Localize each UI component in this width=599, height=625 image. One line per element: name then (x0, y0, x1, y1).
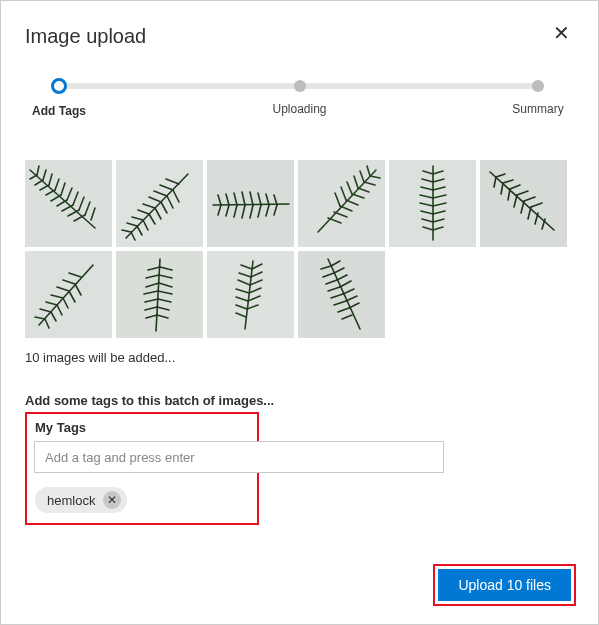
upload-count-status: 10 images will be added... (25, 350, 574, 365)
svg-rect-8 (207, 251, 294, 338)
step-label: Add Tags (19, 104, 99, 118)
tag-chip[interactable]: hemlock ✕ (35, 487, 127, 513)
image-upload-dialog: Image upload ✕ Add Tags Uploading Summar… (1, 1, 598, 545)
image-thumbnail[interactable] (25, 160, 112, 247)
svg-rect-6 (25, 251, 112, 338)
tags-prompt: Add some tags to this batch of images... (25, 393, 574, 408)
image-thumbnail[interactable] (480, 160, 567, 247)
step-add-tags: Add Tags (19, 78, 99, 118)
tag-chip-label: hemlock (47, 493, 95, 508)
my-tags-section: My Tags hemlock ✕ (25, 412, 259, 525)
image-thumbnail[interactable] (389, 160, 476, 247)
step-dot-icon (532, 80, 544, 92)
close-button[interactable]: ✕ (549, 23, 574, 43)
tag-input[interactable] (34, 441, 444, 473)
tag-remove-button[interactable]: ✕ (103, 491, 121, 509)
image-thumbnail[interactable] (116, 251, 203, 338)
step-summary: Summary (498, 78, 578, 116)
close-icon: ✕ (553, 22, 570, 44)
image-thumbnail[interactable] (207, 160, 294, 247)
step-uploading: Uploading (260, 78, 340, 116)
step-label: Uploading (260, 102, 340, 116)
step-dot-icon (51, 78, 67, 94)
thumbnail-grid (25, 160, 574, 338)
image-thumbnail[interactable] (298, 251, 385, 338)
image-thumbnail[interactable] (116, 160, 203, 247)
step-label: Summary (498, 102, 578, 116)
my-tags-label: My Tags (35, 420, 249, 435)
upload-button-highlight: Upload 10 files (433, 564, 576, 606)
image-thumbnail[interactable] (25, 251, 112, 338)
close-icon: ✕ (107, 493, 117, 507)
upload-button[interactable]: Upload 10 files (438, 569, 571, 601)
progress-stepper: Add Tags Uploading Summary (53, 78, 546, 126)
svg-rect-3 (298, 160, 385, 247)
image-thumbnail[interactable] (298, 160, 385, 247)
step-dot-icon (294, 80, 306, 92)
dialog-title: Image upload (25, 25, 146, 48)
image-thumbnail[interactable] (207, 251, 294, 338)
